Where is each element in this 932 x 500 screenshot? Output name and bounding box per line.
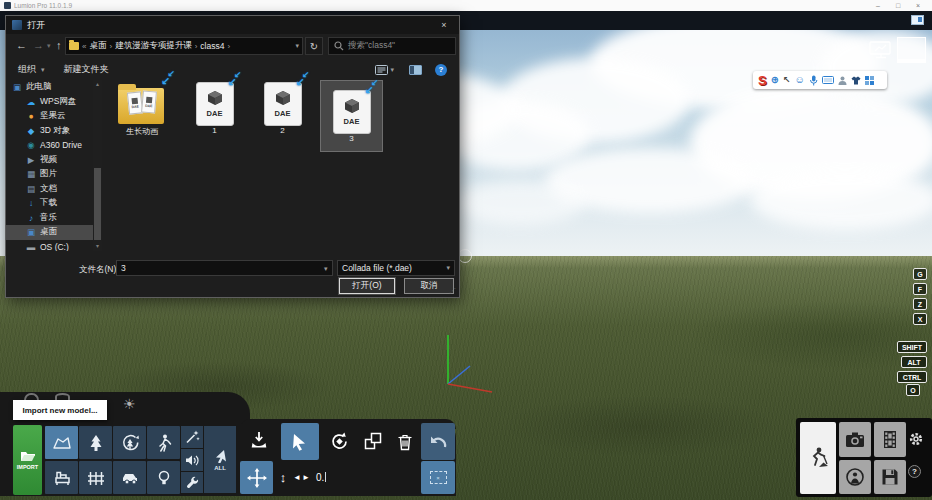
help-button[interactable]: ? — [908, 465, 921, 478]
mic-icon[interactable] — [809, 75, 818, 86]
smiley-icon[interactable]: ☺ — [795, 75, 805, 85]
cursor-tool-icon[interactable]: ↖ — [783, 76, 791, 85]
address-dropdown-caret[interactable]: ▾ — [295, 42, 299, 50]
cancel-button[interactable]: 取消 — [404, 278, 454, 294]
tab-icon-partial-1[interactable] — [24, 393, 39, 400]
preview-pane-button[interactable] — [409, 65, 422, 75]
breadcrumb-desktop[interactable]: 桌面 — [89, 40, 106, 52]
sidebar-item-wps-drive[interactable]: ☁WPS网盘 — [6, 95, 93, 110]
undo-button[interactable] — [421, 423, 455, 460]
search-box[interactable]: 搜索"class4" — [328, 37, 456, 55]
sidebar-scrollbar[interactable]: ▴ ▾ — [93, 80, 102, 251]
dae-file-icon: DAE ↙ ↙ — [333, 90, 371, 134]
display-settings-icon[interactable] — [911, 15, 924, 25]
move-tool-button[interactable] — [240, 461, 273, 494]
movie-mode-button[interactable] — [874, 422, 906, 457]
move-value-field[interactable]: 0. — [316, 463, 326, 491]
sidebar-item-desktop[interactable]: ▣桌面 — [6, 225, 93, 240]
category-sound-button[interactable] — [181, 449, 203, 471]
category-tree-button[interactable] — [79, 426, 112, 459]
sidebar-item-a360-drive[interactable]: ◉A360 Drive — [6, 138, 93, 153]
rotate-tool-button[interactable] — [324, 425, 354, 457]
dae-file-icon: DAE ↙ ↙ — [196, 82, 234, 126]
category-character-button[interactable] — [147, 426, 180, 459]
scroll-up-arrow[interactable]: ▴ — [93, 80, 102, 89]
scale-tool-button[interactable] — [358, 425, 388, 457]
scroll-down-arrow[interactable]: ▾ — [93, 242, 102, 251]
folder-icon — [69, 42, 79, 50]
breadcrumb-class4[interactable]: class4 — [200, 41, 224, 51]
new-folder-button[interactable]: 新建文件夹 — [64, 63, 109, 76]
video-icon: ▶ — [26, 155, 36, 165]
file-item-3-selected[interactable]: DAE ↙ ↙ 3 — [320, 80, 383, 152]
select-tool-button[interactable] — [281, 423, 319, 460]
move-vertical-button[interactable]: ↕ — [276, 463, 290, 491]
scroll-thumb[interactable] — [94, 168, 101, 240]
address-bar[interactable]: « 桌面 › 建筑漫游专项提升课 › class4 › ▾ — [65, 37, 303, 55]
screen: Lumion Pro 11.0.1.9 – □ × G F Z X SHI — [0, 0, 932, 500]
marquee-select-button[interactable]: × — [421, 461, 455, 494]
file-item-2[interactable]: DAE ↙ ↙ 2 — [254, 82, 311, 135]
tab-icon-partial-2[interactable] — [55, 393, 70, 400]
import-button[interactable]: IMPORT — [13, 425, 42, 495]
settings-button[interactable] — [908, 431, 924, 447]
sidebar-item-os-c[interactable]: ▬OS (C:) — [6, 240, 93, 252]
dialog-close-button[interactable]: × — [429, 16, 459, 34]
category-light-button[interactable] — [147, 461, 180, 494]
preview-window[interactable] — [897, 37, 926, 63]
open-file-dialog: 打开 × ← → ▾ ↑ « 桌面 › 建筑漫游专项提升课 › class4 ›… — [5, 15, 460, 298]
sidebar-item-this-pc[interactable]: ▣此电脑 — [6, 80, 93, 95]
maximize-button[interactable]: □ — [888, 1, 908, 11]
organize-button[interactable]: 组织 — [18, 63, 36, 76]
filetype-dropdown[interactable]: Collada file (*.dae) ▾ — [337, 260, 455, 276]
category-utilities-button[interactable] — [181, 472, 203, 493]
filename-dropdown-caret[interactable]: ▾ — [324, 265, 328, 273]
sidebar-item-pictures[interactable]: ▦图片 — [6, 167, 93, 182]
category-nature-rock-button[interactable] — [45, 426, 78, 459]
place-object-button[interactable] — [243, 425, 275, 457]
shirt-icon[interactable] — [851, 76, 861, 85]
delete-tool-button[interactable] — [392, 425, 418, 457]
grid-icon[interactable] — [865, 76, 874, 85]
sidebar-item-3d-objects[interactable]: ◆3D 对象 — [6, 124, 93, 139]
breadcrumb-course-folder[interactable]: 建筑漫游专项提升课 — [115, 40, 192, 52]
photo-mode-button[interactable] — [839, 422, 871, 457]
category-furniture-button[interactable] — [45, 461, 78, 494]
filename-input[interactable] — [116, 260, 333, 276]
panorama-mode-button[interactable] — [839, 460, 871, 494]
file-item-growth-animation[interactable]: DAE DAE ↙ ↙ 生长动画 — [112, 82, 172, 137]
sidebar-item-downloads[interactable]: ↓下载 — [6, 196, 93, 211]
sidebar-item-nutstore[interactable]: ●坚果云 — [6, 109, 93, 124]
weather-tab-icon[interactable]: ☀ — [123, 396, 136, 412]
sidebar-item-videos[interactable]: ▶视频 — [6, 153, 93, 168]
recorder-toolbar: S ⊕ ↖ ☺ — [753, 71, 887, 89]
recorder-logo[interactable]: S — [758, 74, 767, 87]
build-mode-button[interactable] — [800, 422, 836, 494]
category-mass-placement-button[interactable] — [113, 426, 146, 459]
save-button[interactable] — [874, 460, 906, 494]
resize-grip[interactable]: ⋰ — [449, 287, 457, 295]
move-horizontal-button[interactable]: ◄► — [292, 463, 312, 491]
sidebar-item-music[interactable]: ♪音乐 — [6, 211, 93, 226]
dialog-sidebar: ▣此电脑 ☁WPS网盘 ●坚果云 ◆3D 对象 ◉A360 Drive ▶视频 … — [6, 80, 93, 251]
view-options-button[interactable]: ▾ — [375, 65, 394, 75]
close-button[interactable]: × — [908, 1, 928, 11]
category-effects-button[interactable] — [181, 426, 203, 448]
refresh-button[interactable]: ↻ — [305, 37, 323, 55]
category-fence-button[interactable] — [79, 461, 112, 494]
keyboard-icon[interactable] — [822, 76, 834, 84]
sidebar-item-documents[interactable]: ▤文档 — [6, 182, 93, 197]
annotate-icon[interactable]: ⊕ — [771, 75, 779, 85]
nav-history-caret[interactable]: ▾ — [47, 42, 51, 49]
dialog-help-button[interactable]: ? — [435, 64, 447, 76]
open-button[interactable]: 打开(O) — [339, 278, 395, 294]
nav-up-button[interactable]: ↑ — [56, 40, 62, 51]
nav-forward-button[interactable]: → — [33, 40, 44, 51]
file-item-1[interactable]: DAE ↙ ↙ 1 — [186, 82, 243, 135]
screen-share-icon[interactable] — [869, 41, 893, 59]
category-transport-button[interactable] — [113, 461, 146, 494]
person-icon[interactable] — [838, 76, 847, 85]
category-all-button[interactable]: ALL — [204, 426, 236, 493]
minimize-button[interactable]: – — [868, 1, 888, 11]
nav-back-button[interactable]: ← — [16, 40, 27, 51]
